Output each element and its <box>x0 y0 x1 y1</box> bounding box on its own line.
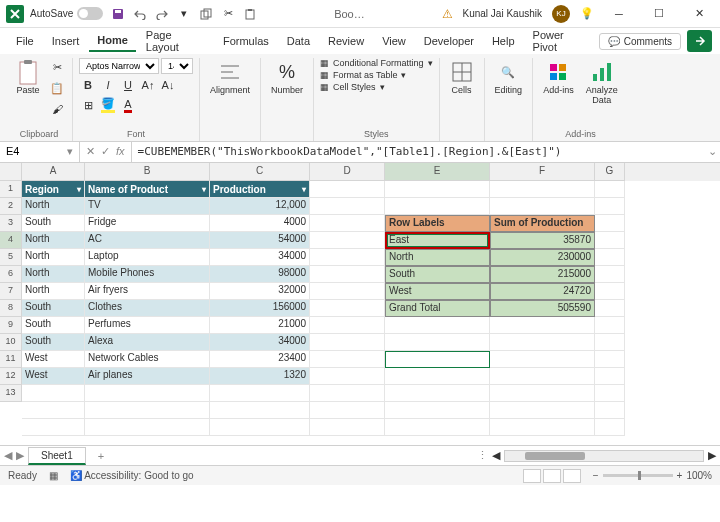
cut-button[interactable]: ✂ <box>48 58 66 76</box>
cell[interactable] <box>385 317 490 334</box>
cell[interactable] <box>85 419 210 436</box>
zoom-level[interactable]: 100% <box>686 470 712 481</box>
decrease-font-button[interactable]: A↓ <box>159 76 177 94</box>
cell[interactable] <box>595 266 625 283</box>
share-button[interactable] <box>687 30 712 52</box>
fx-icon[interactable]: fx <box>116 145 125 157</box>
formula-text[interactable]: =CUBEMEMBER("ThisWorkbookDataModel","[Ta… <box>132 142 704 162</box>
border-button[interactable]: ⊞ <box>79 96 97 114</box>
row-header-13[interactable]: 13 <box>0 385 22 402</box>
cell[interactable] <box>385 402 490 419</box>
tab-page-layout[interactable]: Page Layout <box>138 25 213 57</box>
cell[interactable] <box>310 215 385 232</box>
name-box[interactable]: ▾ <box>0 142 80 162</box>
cell[interactable] <box>490 181 595 198</box>
paste-icon[interactable] <box>243 7 257 21</box>
col-header-A[interactable]: A <box>22 163 85 181</box>
row-header-3[interactable]: 3 <box>0 215 22 232</box>
cell[interactable] <box>22 419 85 436</box>
row-header-4[interactable]: 4 <box>0 232 22 249</box>
macro-icon[interactable]: ▦ <box>49 470 58 481</box>
cell[interactable]: North <box>22 266 85 283</box>
add-sheet-button[interactable]: + <box>90 448 112 464</box>
sheet-tab-sheet1[interactable]: Sheet1 <box>28 447 86 465</box>
save-icon[interactable] <box>111 7 125 21</box>
number-button[interactable]: %Number <box>267 58 307 98</box>
close-button[interactable]: ✕ <box>684 4 714 24</box>
cell[interactable]: 23400 <box>210 351 310 368</box>
maximize-button[interactable]: ☐ <box>644 4 674 24</box>
cell[interactable]: 35870 <box>490 232 595 249</box>
expand-formula-icon[interactable]: ⌄ <box>704 142 720 162</box>
row-header-6[interactable]: 6 <box>0 266 22 283</box>
cell[interactable]: Row Labels <box>385 215 490 232</box>
bold-button[interactable]: B <box>79 76 97 94</box>
cell[interactable] <box>385 419 490 436</box>
col-header-G[interactable]: G <box>595 163 625 181</box>
row-header-12[interactable]: 12 <box>0 368 22 385</box>
cell-styles-button[interactable]: ▦Cell Styles ▾ <box>320 82 433 92</box>
row-header-11[interactable]: 11 <box>0 351 22 368</box>
paste-button[interactable]: Paste <box>12 58 44 98</box>
page-break-view-button[interactable] <box>563 469 581 483</box>
cell[interactable]: 34000 <box>210 249 310 266</box>
analyze-data-button[interactable]: Analyze Data <box>582 58 622 108</box>
tab-help[interactable]: Help <box>484 31 523 51</box>
cell[interactable] <box>85 402 210 419</box>
underline-button[interactable]: U <box>119 76 137 94</box>
cancel-formula-icon[interactable]: ✕ <box>86 145 95 158</box>
page-layout-view-button[interactable] <box>543 469 561 483</box>
cell[interactable] <box>595 300 625 317</box>
cell[interactable]: Perfumes <box>85 317 210 334</box>
cell[interactable] <box>595 351 625 368</box>
cell[interactable] <box>310 385 385 402</box>
warning-icon[interactable]: ⚠ <box>442 7 453 21</box>
col-header-E[interactable]: E <box>385 163 490 181</box>
cell[interactable] <box>85 385 210 402</box>
sheet-next-icon[interactable]: ▶ <box>16 449 24 462</box>
increase-font-button[interactable]: A↑ <box>139 76 157 94</box>
cell[interactable] <box>595 334 625 351</box>
cell[interactable] <box>595 317 625 334</box>
tab-power-pivot[interactable]: Power Pivot <box>525 25 597 57</box>
cell[interactable] <box>310 334 385 351</box>
tab-view[interactable]: View <box>374 31 414 51</box>
cell[interactable] <box>385 181 490 198</box>
cell[interactable]: 1320 <box>210 368 310 385</box>
zoom-out-button[interactable]: − <box>593 470 599 481</box>
tab-insert[interactable]: Insert <box>44 31 88 51</box>
cell[interactable]: South <box>22 300 85 317</box>
cell[interactable] <box>310 351 385 368</box>
cut-icon[interactable]: ✂ <box>221 7 235 21</box>
row-header-8[interactable]: 8 <box>0 300 22 317</box>
cell[interactable] <box>490 334 595 351</box>
copy-button[interactable]: 📋 <box>48 79 66 97</box>
cell[interactable] <box>490 368 595 385</box>
cell[interactable]: 32000 <box>210 283 310 300</box>
worksheet-grid[interactable]: A B C D E F G 12345678910111213 Region▾N… <box>0 163 720 445</box>
italic-button[interactable]: I <box>99 76 117 94</box>
cell[interactable] <box>595 283 625 300</box>
redo-icon[interactable] <box>155 7 169 21</box>
cell[interactable] <box>385 351 490 368</box>
cell[interactable]: North <box>22 232 85 249</box>
cell[interactable] <box>210 402 310 419</box>
cell[interactable]: 230000 <box>490 249 595 266</box>
cell[interactable] <box>310 249 385 266</box>
cell[interactable] <box>595 181 625 198</box>
qat-dropdown-icon[interactable]: ▾ <box>177 7 191 21</box>
cell[interactable]: Network Cables <box>85 351 210 368</box>
cell[interactable]: East <box>385 232 490 249</box>
cell[interactable] <box>310 300 385 317</box>
cell[interactable]: 156000 <box>210 300 310 317</box>
font-color-button[interactable]: A <box>119 96 137 114</box>
autosave-toggle[interactable] <box>77 7 103 20</box>
horizontal-scrollbar[interactable] <box>504 450 704 462</box>
col-header-C[interactable]: C <box>210 163 310 181</box>
tab-developer[interactable]: Developer <box>416 31 482 51</box>
cell[interactable] <box>385 368 490 385</box>
cell[interactable]: 505590 <box>490 300 595 317</box>
cell[interactable]: Laptop <box>85 249 210 266</box>
cell[interactable] <box>310 402 385 419</box>
select-all-corner[interactable] <box>0 163 22 181</box>
